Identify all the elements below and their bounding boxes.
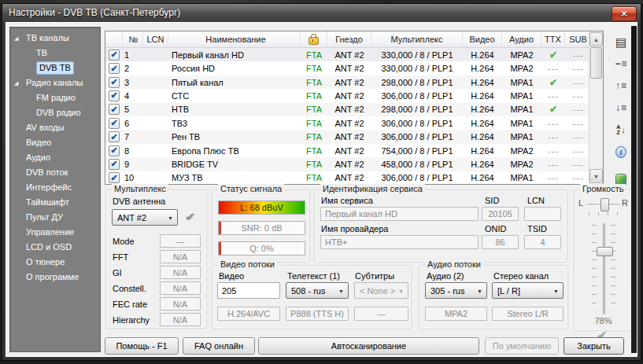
close-icon: ✕	[621, 10, 627, 18]
table-row[interactable]: ✔5НТВFTAANT #2298,000 / 8 / PLP1H.264MPA…	[105, 103, 603, 116]
tree-item-lcd-osd[interactable]: LCD и OSD	[10, 240, 100, 255]
tree-item-dvb-stream[interactable]: DVB поток	[10, 165, 100, 180]
tree-item-dvb-tv[interactable]: DVB ТВ	[10, 61, 100, 75]
table-row[interactable]: ✔2Россия HDFTAANT #2330,000 / 8 / PLP1H.…	[105, 61, 603, 75]
video-pid-input[interactable]	[217, 282, 280, 299]
header-video[interactable]: Видео	[463, 31, 502, 47]
chevron-down-icon: ▼	[398, 289, 404, 294]
param-row: HierarchyN/A	[113, 313, 201, 326]
table-scrollbar[interactable]: ▲ ▼	[589, 31, 603, 184]
row-channel-name: BRIDGE TV	[168, 157, 301, 171]
expander-icon[interactable]: ◢	[14, 75, 18, 90]
row-video-codec: H.264	[463, 61, 502, 75]
tree-item-interface[interactable]: Интерфейс	[10, 180, 100, 195]
tree-item-radio-channels[interactable]: ◢Радио каналы	[10, 75, 100, 90]
table-row[interactable]: ✔3Пятый каналFTAANT #2298,000 / 8 / PLP1…	[105, 75, 603, 89]
header-sub[interactable]: SUB	[565, 31, 591, 47]
volume-group: Громкость L R 78% ✔	[574, 189, 633, 331]
table-row[interactable]: ✔10МУЗ ТВFTAANT #2306,000 / 8 / PLP1H.26…	[105, 171, 603, 185]
table-row[interactable]: ✔1Первый канал HDFTAANT #2330,000 / 8 / …	[105, 48, 603, 61]
tree-item-remote[interactable]: Пульт ДУ	[10, 210, 100, 225]
header-name[interactable]: Наименование	[168, 31, 301, 47]
row-checkbox[interactable]: ✔	[109, 145, 120, 156]
close-dialog-button[interactable]: Закрыть	[564, 337, 624, 355]
row-checkbox[interactable]: ✔	[109, 63, 120, 74]
antenna-dropdown[interactable]: ANT #2▼	[112, 209, 178, 226]
close-button[interactable]: ✕	[612, 6, 637, 21]
scroll-thumb[interactable]	[590, 47, 602, 79]
tree-item-audio[interactable]: Аудио	[10, 150, 100, 165]
tree-item-about-program[interactable]: О программе	[10, 270, 100, 285]
row-checkbox[interactable]: ✔	[109, 118, 120, 129]
sid-value: 20105	[482, 207, 519, 221]
row-checkbox[interactable]: ✔	[109, 90, 120, 101]
tree-item-video[interactable]: Видео	[10, 135, 100, 150]
tree-item-timeshift[interactable]: Таймшифт	[10, 195, 100, 210]
row-checkbox[interactable]: ✔	[109, 50, 120, 61]
volume-slider-track[interactable]	[603, 223, 605, 314]
row-multiplex: 306,000 / 8 / PLP1	[371, 130, 463, 143]
tree-item-control[interactable]: Управление	[10, 225, 100, 240]
table-row[interactable]: ✔9BRIDGE TVFTAANT #2458,000 / 8 / PLP1H.…	[105, 157, 603, 171]
signal-level-bar: L: 68 dBuV	[218, 200, 305, 215]
header-ttx[interactable]: TTX	[541, 31, 565, 47]
tree-item-about-tuner[interactable]: О тюнере	[10, 255, 100, 270]
header-socket[interactable]: Гнездо	[327, 31, 371, 47]
header-lock[interactable]	[301, 31, 327, 47]
autoscan-button[interactable]: Автосканирование	[258, 337, 479, 355]
stereo-dropdown[interactable]: [L / R]▼	[492, 282, 564, 299]
faq-button[interactable]: FAQ онлайн	[183, 337, 255, 355]
row-access: FTA	[301, 144, 327, 157]
tree-item-dvb-radio[interactable]: DVB радио	[10, 105, 100, 120]
table-row[interactable]: ✔4СТСFTAANT #2306,000 / 8 / PLP1H.264MPA…	[105, 89, 603, 102]
row-checkbox-cell: ✔	[105, 144, 123, 157]
sort-button[interactable]: AZ↓	[611, 120, 631, 139]
select-all-button[interactable]: ▤	[611, 32, 631, 51]
row-checkbox[interactable]: ✔	[109, 77, 120, 88]
teletext-label: Телетекст (1)	[287, 271, 340, 281]
channel-info-button[interactable]: i	[611, 142, 631, 161]
audio-dropdown[interactable]: 305 - rus▼	[425, 282, 487, 299]
table-row[interactable]: ✔7Рен ТВFTAANT #2306,000 / 8 / PLP1H.264…	[105, 130, 603, 143]
table-row[interactable]: ✔8Европа Плюс ТВFTAANT #2754,000 / 8 / P…	[105, 144, 603, 157]
row-checkbox[interactable]: ✔	[109, 159, 120, 170]
group-title: Громкость	[580, 184, 626, 193]
move-up-button[interactable]: ↑≡	[611, 76, 631, 95]
tree-item-fm-radio[interactable]: FM радио	[10, 90, 100, 105]
move-down-button[interactable]: ↓≡	[611, 98, 631, 117]
row-checkbox[interactable]: ✔	[109, 104, 120, 115]
header-num[interactable]: №	[123, 31, 143, 47]
expander-icon[interactable]: ◢	[14, 31, 18, 46]
row-checkbox[interactable]: ✔	[109, 172, 120, 183]
header-multiplex[interactable]: Мультиплекс	[371, 31, 463, 47]
help-button[interactable]: Помощь - F1	[105, 337, 179, 355]
row-num: 10	[123, 171, 143, 185]
service-name-value: Первый канал HD	[320, 207, 479, 221]
row-checkbox-cell: ✔	[105, 48, 123, 61]
subtitles-info-value: ---	[354, 307, 408, 321]
scroll-down-icon[interactable]: ▼	[589, 169, 603, 183]
apply-antenna-icon[interactable]: ✔	[185, 211, 195, 222]
teletext-dropdown[interactable]: 508 - rus▼	[286, 282, 349, 299]
group-title: Идентификация сервиса	[320, 184, 425, 193]
balance-slider-thumb[interactable]	[601, 198, 609, 211]
tree-item-tv-channels[interactable]: ◢ТВ каналы	[10, 31, 100, 46]
volume-slider-thumb[interactable]	[597, 247, 613, 256]
row-channel-name: Россия HD	[168, 61, 301, 75]
row-sub: ---	[565, 61, 591, 75]
header-checkbox-col[interactable]	[105, 31, 123, 47]
table-row[interactable]: ✔6ТВ3FTAANT #2306,000 / 8 / PLP1H.264MPA…	[105, 116, 603, 130]
row-checkbox[interactable]: ✔	[109, 131, 120, 142]
remove-channel-button[interactable]: −≡	[611, 54, 631, 73]
titlebar[interactable]: Настройки - DVB ТВ (Санкт-Петербург) ✕	[2, 4, 641, 22]
header-audio[interactable]: Аудио	[502, 31, 541, 47]
header-lcn[interactable]: LCN	[143, 31, 168, 47]
param-value: ---	[160, 234, 201, 248]
scroll-up-icon[interactable]: ▲	[589, 32, 603, 46]
row-sub: ---	[565, 130, 591, 143]
row-ttx: ✔	[541, 103, 565, 116]
tree-item-tv[interactable]: ТВ	[10, 46, 100, 61]
remove-icon: −≡	[615, 59, 626, 68]
param-row: GIN/A	[113, 266, 201, 279]
tree-item-av-inputs[interactable]: AV входы	[10, 120, 100, 135]
